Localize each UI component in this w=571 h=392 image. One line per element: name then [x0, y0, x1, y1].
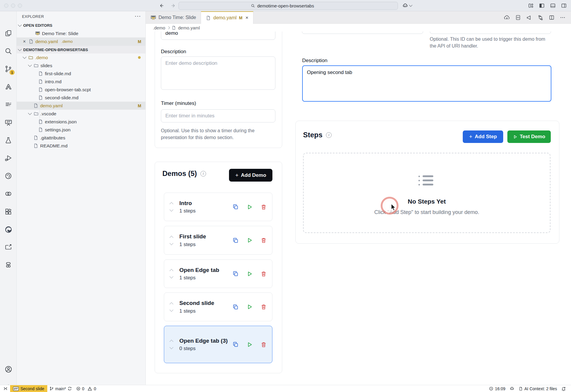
figma-icon[interactable]	[4, 261, 12, 269]
open-editors-header[interactable]: OPEN EDITORS	[17, 21, 145, 29]
move-down-icon[interactable]	[170, 241, 173, 245]
duplicate-demo-icon[interactable]	[232, 204, 239, 210]
tree-item-vscode-folder[interactable]: .vscode	[17, 110, 145, 118]
duplicate-demo-icon[interactable]	[232, 304, 239, 310]
toggle-panel-icon[interactable]	[550, 3, 556, 9]
minimize-window-button[interactable]	[11, 4, 15, 8]
explorer-more-actions-icon[interactable]: ···	[135, 14, 142, 19]
delete-demo-icon[interactable]	[261, 271, 267, 277]
remote-indicator-icon[interactable]	[0, 385, 10, 392]
file-code-icon[interactable]	[515, 15, 521, 21]
linked-circles-icon[interactable]	[4, 190, 12, 198]
demo-card-open-edge-tab-3[interactable]: Open Edge tab (3)0 steps	[164, 326, 272, 363]
tree-item-extensions-json[interactable]: extensions.json	[17, 118, 145, 126]
add-step-button[interactable]: Add Step	[463, 130, 503, 143]
git-branch-status[interactable]: main*	[47, 385, 74, 392]
move-down-icon[interactable]	[170, 275, 173, 278]
megaphone-icon[interactable]	[526, 15, 532, 21]
timer-input[interactable]	[161, 109, 275, 122]
duplicate-demo-icon[interactable]	[232, 270, 239, 277]
tree-item-open-browser-tab[interactable]: open-browser-tab.scpt	[17, 86, 145, 94]
demo-card-first-slide[interactable]: First slide1 steps	[164, 226, 272, 255]
copilot-status-icon[interactable]	[507, 385, 517, 392]
azure-icon[interactable]	[4, 83, 12, 91]
tree-item-second-slide[interactable]: second-slide.md	[17, 94, 145, 102]
notifications-bell-icon[interactable]	[559, 385, 568, 392]
forward-button[interactable]	[170, 2, 177, 9]
demo-card-open-edge-tab[interactable]: Open Edge tab1 steps	[164, 259, 272, 288]
search-input[interactable]	[257, 3, 326, 8]
tree-item-settings-json[interactable]: settings.json	[17, 126, 145, 134]
command-center-search[interactable]	[178, 2, 398, 10]
demo-time-icon[interactable]: DT	[4, 118, 12, 127]
move-up-icon[interactable]	[170, 202, 173, 206]
customize-layout-icon[interactable]	[528, 3, 534, 9]
delete-demo-icon[interactable]	[261, 204, 267, 210]
move-up-icon[interactable]	[170, 340, 173, 344]
tab-demo-yaml[interactable]: demo.yaml M ×	[201, 11, 253, 24]
project-grid-icon[interactable]	[4, 207, 12, 216]
back-button[interactable]	[158, 2, 165, 9]
move-down-icon[interactable]	[170, 308, 173, 312]
tree-item-demo-folder[interactable]: .demo	[17, 53, 145, 62]
cloud-download-icon[interactable]	[504, 15, 510, 21]
run-demo-icon[interactable]	[247, 237, 253, 243]
close-window-button[interactable]	[4, 4, 8, 8]
workspace-header[interactable]: DEMOTIME-OPEN-BROWSERTABS	[17, 45, 145, 53]
tree-item-intro[interactable]: intro.md	[17, 78, 145, 86]
delete-demo-icon[interactable]	[261, 237, 267, 243]
delete-demo-icon[interactable]	[261, 341, 267, 348]
search-view-icon[interactable]	[4, 47, 12, 55]
tree-item-demo-yaml[interactable]: demo.yaml M	[17, 102, 145, 110]
run-demo-icon[interactable]	[247, 341, 253, 348]
open-editor-demo-time[interactable]: Demo Time: Slide	[17, 29, 145, 37]
tree-item-first-slide[interactable]: first-slide.md	[17, 70, 145, 78]
output-list-icon[interactable]	[4, 100, 12, 109]
move-up-icon[interactable]	[170, 302, 173, 306]
toggle-primary-sidebar-icon[interactable]	[539, 3, 545, 9]
toggle-secondary-sidebar-icon[interactable]	[561, 3, 567, 9]
close-editor-icon[interactable]: ×	[22, 39, 27, 44]
explorer-icon[interactable]	[4, 29, 12, 37]
delete-demo-icon[interactable]	[261, 304, 267, 310]
breadcrumb[interactable]: .demo demo.yaml	[146, 24, 571, 32]
more-actions-icon[interactable]	[560, 15, 566, 21]
move-down-icon[interactable]	[170, 345, 173, 349]
run-demo-icon[interactable]	[247, 271, 253, 277]
move-up-icon[interactable]	[170, 236, 173, 240]
ai-context-status[interactable]: AI Context: 2 files	[517, 385, 559, 392]
tree-item-gitattributes[interactable]: .gitattributes	[17, 134, 145, 142]
duplicate-demo-icon[interactable]	[232, 237, 239, 244]
open-editor-demo-yaml[interactable]: × demo.yaml .demo M	[17, 37, 145, 45]
demo-id-input-right[interactable]	[430, 32, 551, 34]
clock-status[interactable]: 16:09	[487, 385, 507, 392]
add-demo-button[interactable]: Add Demo	[229, 169, 272, 182]
copilot-menu[interactable]	[402, 2, 412, 9]
demo-id-input-left[interactable]	[302, 32, 423, 34]
demo-name-input[interactable]	[161, 32, 275, 40]
selected-demo-description-textarea[interactable]: Opening second tab	[302, 65, 551, 102]
run-demo-icon[interactable]	[247, 204, 253, 210]
demo-description-textarea[interactable]	[161, 56, 275, 90]
info-icon[interactable]	[200, 171, 206, 177]
split-editor-icon[interactable]	[549, 15, 555, 21]
run-demo-icon[interactable]	[247, 304, 253, 310]
account-icon[interactable]	[4, 365, 12, 373]
problems-status[interactable]: 0 0	[74, 385, 98, 392]
window-controls[interactable]	[4, 4, 22, 8]
screen-share-icon[interactable]	[4, 243, 12, 251]
demo-card-second-slide[interactable]: Second slide1 steps	[164, 292, 272, 321]
source-control-icon[interactable]: 1	[4, 65, 12, 73]
duplicate-demo-icon[interactable]	[232, 341, 239, 348]
close-tab-icon[interactable]: ×	[245, 15, 248, 21]
testing-beaker-icon[interactable]	[4, 136, 12, 144]
run-debug-icon[interactable]	[4, 154, 12, 162]
move-up-icon[interactable]	[170, 269, 173, 273]
tree-item-readme[interactable]: README.md	[17, 142, 145, 150]
edge-browser-icon[interactable]	[4, 225, 12, 234]
compare-changes-icon[interactable]	[537, 15, 544, 21]
demo-card-intro[interactable]: Intro1 steps	[164, 193, 272, 221]
info-icon[interactable]	[326, 132, 332, 138]
move-down-icon[interactable]	[170, 208, 173, 212]
spiral-extension-icon[interactable]	[4, 172, 12, 180]
